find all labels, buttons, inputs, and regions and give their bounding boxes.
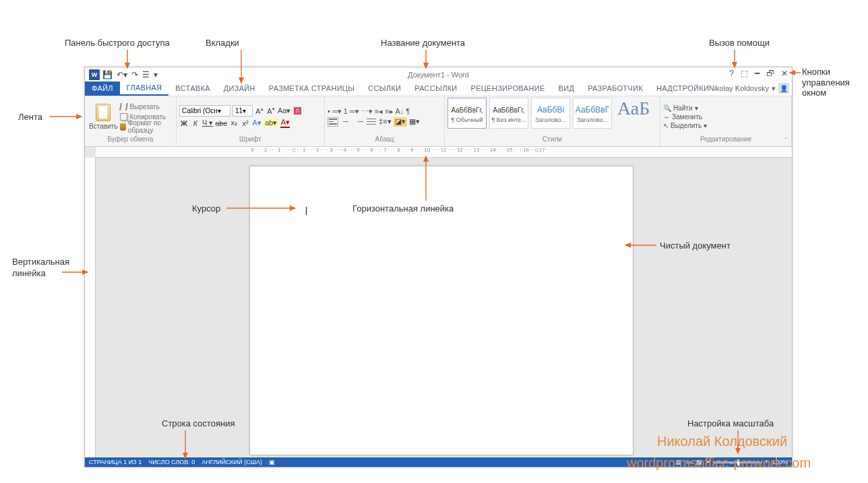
borders-button[interactable]: ▦▾ <box>409 117 420 127</box>
group-font: Calibri (Осн ▾ 11 ▾ A▴ A▾ Aa▾ 🅰 Ж К Ч ▾ … <box>177 96 325 146</box>
text-cursor <box>306 207 307 215</box>
group-label: Редактирование <box>663 135 788 145</box>
close-icon[interactable]: ✕ <box>781 69 788 78</box>
tab-review[interactable]: РЕЦЕНЗИРОВАНИЕ <box>464 81 552 96</box>
align-right-button[interactable] <box>353 117 364 127</box>
cut-button[interactable]: Вырезать <box>120 102 173 112</box>
font-name-combo[interactable]: Calibri (Осн ▾ <box>179 105 230 117</box>
group-styles: АаБбВвГг,¶ Обычный АаБбВвГг,¶ Без инте..… <box>445 96 660 146</box>
bullets-button[interactable]: • ═▾ <box>328 107 342 116</box>
replace-icon: ↔ <box>663 113 670 121</box>
user-account[interactable]: Nikolay Koldovsky▾ 👤 <box>709 83 789 94</box>
callout-tabs: Вкладки <box>206 38 239 48</box>
minimize-icon[interactable]: ━ <box>755 69 760 78</box>
tab-mailings[interactable]: РАССЫЛКИ <box>408 81 464 96</box>
group-paragraph: • ═▾ 1 ═▾ ⋯▾ ≡◂ ≡▸ A↓ ¶ ‡≡▾ ◪▾ ▦▾ <box>325 96 445 146</box>
document-title: Документ1 - Word <box>408 71 469 79</box>
change-case-button[interactable]: Aa▾ <box>278 106 290 115</box>
callout-vruler: Вертикальная линейка <box>12 257 59 280</box>
title-bar: W 💾 ↶▾ ↷ ☰ ▾ Документ1 - Word ? ⬚ ━ 🗗 ✕ <box>85 67 792 82</box>
style-normal[interactable]: АаБбВвГг,¶ Обычный <box>447 98 487 129</box>
status-words[interactable]: ЧИСЛО СЛОВ: 0 <box>148 459 195 465</box>
callout-status: Строка состояния <box>162 418 235 428</box>
group-label: Буфер обмена <box>88 135 173 145</box>
collapse-ribbon-icon[interactable]: ˆ <box>785 137 787 145</box>
tab-layout[interactable]: РАЗМЕТКА СТРАНИЦЫ <box>262 81 362 96</box>
watermark-url: wordpro.msoffice-prowork.com <box>627 455 811 471</box>
callout-hruler: Горизонтальная линейка <box>352 203 454 214</box>
tab-view[interactable]: ВИД <box>552 81 582 96</box>
replace-button[interactable]: ↔Заменить <box>663 113 707 121</box>
callout-cursor: Курсор <box>192 203 220 214</box>
find-button[interactable]: 🔍Найти ▾ <box>663 104 707 112</box>
tab-references[interactable]: ССЫЛКИ <box>361 81 408 96</box>
cursor-icon: ↖ <box>663 122 669 129</box>
tab-file[interactable]: ФАЙЛ <box>85 81 120 96</box>
font-color-button[interactable]: A▾ <box>280 118 290 128</box>
status-macro-icon[interactable]: ▣ <box>269 459 275 465</box>
sort-button[interactable]: A↓ <box>396 107 404 116</box>
strike-button[interactable]: abc <box>215 119 227 127</box>
ribbon-tabs[interactable]: ФАЙЛ ГЛАВНАЯ ВСТАВКА ДИЗАЙН РАЗМЕТКА СТР… <box>85 82 792 96</box>
qat-redo-icon[interactable]: ↷ <box>131 70 138 79</box>
callout-winbtn: Кнопки управления окном <box>802 67 866 98</box>
qat-undo-icon[interactable]: ↶▾ <box>117 70 127 79</box>
underline-button[interactable]: Ч ▾ <box>202 119 213 127</box>
help-icon[interactable]: ? <box>729 69 734 78</box>
style-nospacing[interactable]: АаБбВвГг,¶ Без инте... <box>489 98 528 129</box>
tab-insert[interactable]: ВСТАВКА <box>168 81 216 96</box>
group-label: Абзац <box>328 135 441 145</box>
superscript-button[interactable]: x² <box>241 119 250 127</box>
style-heading2[interactable]: АаБбВвГЗаголово... <box>573 98 612 129</box>
tab-developer[interactable]: РАЗРАБОТЧИК <box>581 81 650 96</box>
numbering-button[interactable]: 1 ═▾ <box>344 107 359 116</box>
align-center-button[interactable] <box>340 117 351 127</box>
subscript-button[interactable]: x₂ <box>229 119 239 127</box>
word-app-icon: W <box>89 69 100 80</box>
italic-button[interactable]: К <box>191 119 200 127</box>
text-effects-button[interactable]: A▾ <box>252 119 261 127</box>
brush-icon <box>120 123 125 131</box>
show-marks-button[interactable]: ¶ <box>406 107 410 116</box>
line-spacing-button[interactable]: ‡≡▾ <box>379 117 392 127</box>
style-title[interactable]: АаБ <box>615 98 652 119</box>
restore-icon[interactable]: 🗗 <box>766 69 774 78</box>
font-size-combo[interactable]: 11 ▾ <box>232 105 253 117</box>
paste-button[interactable]: Вставить <box>88 102 119 131</box>
inc-indent-button[interactable]: ≡▸ <box>385 107 393 116</box>
vertical-ruler[interactable] <box>85 158 96 457</box>
clear-format-button[interactable]: 🅰 <box>292 107 302 115</box>
group-label: Шрифт <box>179 135 321 145</box>
qat-save-icon[interactable]: 💾 <box>102 70 113 79</box>
select-button[interactable]: ↖Выделить ▾ <box>663 122 707 129</box>
ribbon-options-icon[interactable]: ⬚ <box>741 69 748 78</box>
shrink-font-button[interactable]: A▾ <box>266 106 276 115</box>
align-justify-button[interactable] <box>366 117 377 127</box>
copy-icon <box>120 113 127 121</box>
qat-more-icon[interactable]: ▾ <box>154 70 158 79</box>
grow-font-button[interactable]: A▴ <box>255 106 264 115</box>
horizontal-ruler[interactable]: 3 · · · 2 · · · 1 · · · ◁ · · 1 · · · 2 … <box>96 147 792 158</box>
tab-design[interactable]: ДИЗАЙН <box>217 81 262 96</box>
group-clipboard: Вставить Вырезать Копировать Формат по о… <box>85 96 177 146</box>
format-painter-button[interactable]: Формат по образцу <box>120 122 173 132</box>
align-left-button[interactable] <box>328 117 338 127</box>
ribbon: Вставить Вырезать Копировать Формат по о… <box>85 96 792 147</box>
highlight-button[interactable]: ab▾ <box>264 119 278 127</box>
status-page[interactable]: СТРАНИЦА 1 ИЗ 1 <box>89 459 142 465</box>
search-icon: 🔍 <box>663 104 671 112</box>
tab-addins[interactable]: НАДСТРОЙКИ <box>650 81 716 96</box>
shading-button[interactable]: ◪▾ <box>394 117 407 127</box>
multilevel-button[interactable]: ⋯▾ <box>361 107 373 116</box>
quick-access-toolbar[interactable]: 💾 ↶▾ ↷ ☰ ▾ <box>102 70 158 79</box>
callout-help: Вызов помощи <box>709 38 770 48</box>
avatar-icon: 👤 <box>778 83 789 94</box>
window-controls[interactable]: ? ⬚ ━ 🗗 ✕ <box>729 69 788 78</box>
callout-doc: Чистый документ <box>660 240 731 251</box>
tab-home[interactable]: ГЛАВНАЯ <box>120 81 169 96</box>
style-heading1[interactable]: АаБбВіЗаголово... <box>531 98 570 129</box>
status-lang[interactable]: АНГЛИЙСКИЙ (США) <box>202 459 262 465</box>
qat-touch-icon[interactable]: ☰ <box>142 70 150 79</box>
bold-button[interactable]: Ж <box>179 119 189 127</box>
dec-indent-button[interactable]: ≡◂ <box>375 107 383 116</box>
